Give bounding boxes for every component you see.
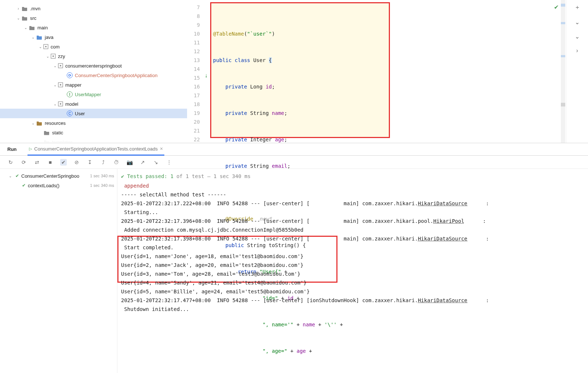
inspection-ok-icon[interactable]: ✔ (554, 4, 559, 11)
test-child-label: contextLoads() (28, 183, 59, 188)
tree-label: .mvn (30, 6, 40, 11)
run-config-tab[interactable]: ▷ ConsumerCenterSpringbootApplicationTes… (28, 143, 164, 156)
console-line: User{id=3, name='Tom', age=28, email='te… (121, 269, 588, 278)
console-line: User{id=5, name='Billie', age=24, email=… (121, 287, 588, 296)
show-passed-icon[interactable]: ✔ (60, 159, 67, 166)
tree-label: ConsumerCenterSpringbootApplication (75, 73, 157, 78)
import-icon[interactable]: ↘ (153, 159, 159, 166)
tree-label: src (30, 15, 36, 21)
chevron-down-icon: ⌄ (7, 174, 13, 178)
highlight-annotation-box (210, 2, 390, 138)
rerun-failed-icon[interactable]: ⟳ (21, 159, 27, 166)
folder-icon (21, 15, 28, 21)
chevron-down-icon[interactable]: ⌄ (575, 33, 580, 40)
editor-scrollbar[interactable] (561, 0, 565, 143)
console-line: 2025-01-20T22:32:17.477+08:00 INFO 54288… (121, 296, 588, 305)
test-root-time: 1 sec 340 ms (90, 174, 114, 178)
folder-icon (29, 24, 35, 31)
collapse-icon[interactable]: ⤴ (100, 159, 106, 166)
tree-package-zzy[interactable]: ⌄ zzy (0, 51, 187, 61)
test-root-row[interactable]: ⌄ ✔ ConsumerCenterSpringboo 1 sec 340 ms (0, 171, 117, 181)
close-icon[interactable]: × (160, 146, 163, 152)
project-tree[interactable]: › .mvn ⌄ src ⌄ main ⌄ java ⌄ (0, 0, 187, 143)
chevron-down-icon: ⌄ (52, 64, 58, 68)
run-panel-title[interactable]: Run (7, 146, 17, 152)
more-icon[interactable]: ⋮ (166, 159, 172, 166)
tree-class-user[interactable]: C User (0, 109, 187, 118)
console-output[interactable]: ✔ Tests passed: 1 of 1 test – 1 sec 340 … (117, 169, 588, 373)
run-config-label: ConsumerCenterSpringbootApplicationTests… (34, 146, 158, 152)
chevron-down-icon: ⌄ (30, 121, 36, 125)
tree-folder-src[interactable]: ⌄ src (0, 13, 187, 23)
tree-label: com (51, 44, 60, 50)
chevron-right-icon: › (15, 7, 21, 11)
chevron-down-icon[interactable]: ⌄ (575, 19, 580, 26)
test-child-row[interactable]: ✔ contextLoads() 1 sec 340 ms (0, 181, 117, 190)
tree-class-application[interactable]: ⟳ ConsumerCenterSpringbootApplication (0, 70, 187, 80)
tree-label: UserMapper (75, 92, 101, 97)
tree-folder-java[interactable]: ⌄ java (0, 32, 187, 42)
tree-label: main (37, 25, 48, 30)
console-line: 2025-01-20T22:32:17.398+08:00 INFO 54288… (121, 234, 588, 243)
interface-icon: I (67, 91, 73, 97)
package-icon (43, 44, 48, 49)
tree-label: consumercenterspringboot (65, 63, 122, 69)
console-line: Added connection com.mysql.cj.jdbc.Conne… (121, 225, 588, 234)
test-run-icon: ▷ (29, 146, 32, 151)
chevron-down-icon: ⌄ (45, 54, 51, 58)
console-line: Start completed. (121, 243, 588, 252)
tree-folder-main[interactable]: ⌄ main (0, 23, 187, 32)
chevron-down-icon: ⌄ (52, 102, 58, 106)
tree-folder-mvn[interactable]: › .mvn (0, 4, 187, 13)
check-icon: ✔ (22, 183, 26, 188)
chevron-down-icon: ⌄ (52, 83, 58, 87)
tree-label: resources (45, 120, 66, 126)
console-line: User{id=2, name='Jack', age=20, email='t… (121, 261, 588, 269)
tree-label: mapper (65, 82, 81, 88)
tree-label: zzy (58, 54, 65, 59)
test-root-label: ConsumerCenterSpringboo (21, 173, 79, 179)
svg-point-7 (60, 84, 61, 86)
show-ignored-icon[interactable]: ⊘ (73, 159, 80, 166)
package-icon (58, 63, 63, 68)
console-line: User{id=1, name='Jone', age=18, email='t… (121, 252, 588, 261)
screenshot-icon[interactable]: 📷 (126, 159, 133, 166)
package-icon (58, 101, 63, 106)
tree-package-mapper[interactable]: ⌄ mapper (0, 80, 187, 90)
package-icon (51, 54, 56, 59)
more-icon[interactable]: › (576, 47, 578, 54)
spring-class-icon: ⟳ (67, 72, 73, 78)
console-line: ----- selectAll method test ------ (121, 190, 588, 199)
tree-label: model (65, 101, 78, 107)
console-line: 2025-01-20T22:32:17.396+08:00 INFO 54288… (121, 217, 588, 225)
resources-folder-icon (36, 120, 43, 126)
tree-package-model[interactable]: ⌄ model (0, 99, 187, 109)
test-tree[interactable]: ⌄ ✔ ConsumerCenterSpringboo 1 sec 340 ms… (0, 169, 117, 373)
tree-interface-usermapper[interactable]: I UserMapper (0, 90, 187, 99)
console-line: 2025-01-20T22:32:17.222+08:00 INFO 54288… (121, 199, 588, 208)
tests-passed-status: ✔ Tests passed: 1 of 1 test – 1 sec 340 … (121, 171, 588, 181)
tree-package-com[interactable]: ⌄ com (0, 42, 187, 51)
tree-label: java (45, 35, 54, 40)
tree-package-consumer[interactable]: ⌄ consumercenterspringboot (0, 61, 187, 70)
chevron-down-icon: ⌄ (30, 35, 36, 39)
override-gutter-icon[interactable]: ⭳ (203, 73, 210, 82)
folder-icon (21, 5, 28, 12)
chevron-down-icon: ⌄ (15, 16, 21, 20)
sort-icon[interactable]: ↧ (87, 159, 93, 166)
toggle-auto-icon[interactable]: ⇄ (34, 159, 40, 166)
tree-folder-resources[interactable]: ⌄ resources (0, 118, 187, 128)
console-line: Starting... (121, 208, 588, 217)
stop-icon[interactable]: ■ (47, 159, 54, 166)
svg-point-5 (60, 65, 61, 66)
export-icon[interactable]: ↗ (139, 159, 146, 166)
rerun-icon[interactable]: ↻ (7, 159, 14, 166)
console-line: Shutdown initiated... (121, 305, 588, 314)
check-icon: ✔ (15, 173, 19, 178)
chevron-down-icon: ⌄ (37, 45, 43, 49)
code-editor[interactable]: 78910111213141516171819202122 ⭳ @TableNa… (187, 0, 588, 143)
history-icon[interactable]: ⏱ (113, 159, 120, 166)
gutter-marks: ⭳ (203, 0, 210, 143)
right-gutter: ＋ ⌄ ⌄ › (566, 0, 588, 143)
add-icon[interactable]: ＋ (574, 4, 580, 11)
